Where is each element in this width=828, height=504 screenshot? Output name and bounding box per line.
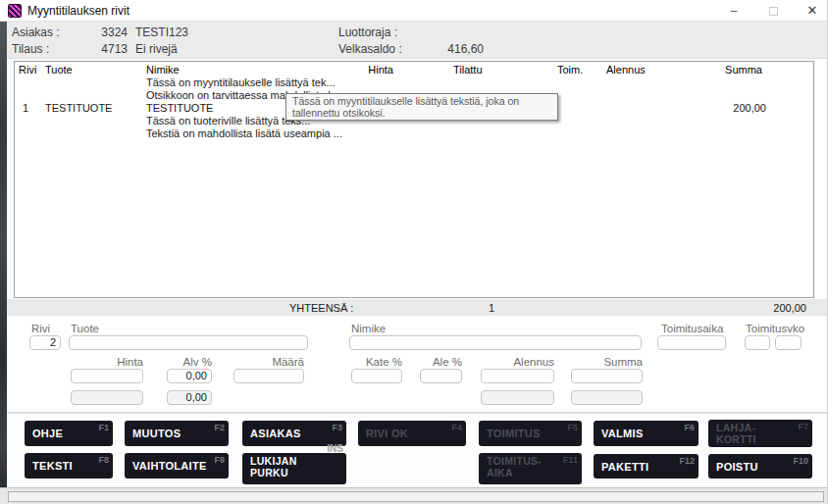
toimitusvko-input-2[interactable] [775,335,802,350]
col-header-hinta: Hinta [368,64,393,76]
maximize-button[interactable] [753,0,793,22]
minimize-button[interactable]: – [714,0,753,22]
rivi-field-label: Rivi [31,323,50,334]
vaihtolaite-button-label: VAIHTOLAITE [132,460,207,472]
customer-number: 3324 [71,25,128,39]
close-icon: ✕ [807,3,818,18]
alennus-field-label: Alennus [481,356,554,368]
totals-sum-value: 200,00 [773,302,806,314]
order-header-panel: Asiakas : 3324 TESTI123 Tilaus : 4713 Ei… [7,22,828,59]
valmis-shortcut: F6 [684,423,695,432]
kate-field-label: Kate % [351,356,402,368]
sales-order-rows-window: Myyntitilauksen rivit – ✕ Asiakas : 3324… [0,0,828,504]
summa-field-label: Summa [571,356,643,368]
toimitusaika-input[interactable] [657,335,726,350]
col-header-rivi: Rivi [19,64,36,76]
tuote-input[interactable] [69,335,308,350]
valmis-button-label: VALMIS [601,428,644,439]
lahjakortti-shortcut: F7 [798,422,808,433]
maara-field-label: Määrä [233,356,304,368]
rivi-ok-button-label: RIVI OK [366,428,408,439]
lahjakortti-button[interactable]: LAHJA-KORTTI F7 [708,420,812,447]
alv-input-row2: 0,00 [167,390,212,405]
col-header-summa: Summa [725,64,762,76]
order-label: Tilaus : [12,42,49,56]
col-header-toim: Toim. [557,64,583,76]
paketti-button[interactable]: PAKETTI F12 [594,454,699,479]
ale-input[interactable] [420,369,462,383]
maara-input[interactable] [233,369,304,383]
asiakas-button-label: ASIAKAS [250,428,301,439]
alennus-input-row2 [481,390,554,405]
row-text-tooltip: Tässä on myyntitilaukselle lisättyä teks… [285,93,558,121]
ohje-button[interactable]: OHJE F1 [25,421,113,446]
muutos-shortcut: F2 [214,423,225,432]
toimitus-aika-shortcut: F11 [563,455,578,467]
lukijan-purku-button[interactable]: LUKIJAN PURKU INS [242,453,346,484]
function-button-zone: OHJE F1 MUUTOS F2 ASIAKAS F3 RIVI OK F4 … [7,413,828,487]
row-product: TESTITUOTE [45,102,112,114]
nimike-field-label: Nimike [351,323,386,334]
minimize-icon: – [731,4,738,18]
col-header-tilattu: Tilattu [453,64,483,76]
summa-input[interactable] [571,369,643,383]
col-header-tuote: Tuote [45,64,73,76]
ale-field-label: Ale % [420,356,462,368]
rivi-input[interactable]: 2 [29,335,61,350]
alv-input[interactable]: 0,00 [167,369,212,383]
hinta-input-row2 [71,390,143,405]
hinta-input[interactable] [71,369,143,383]
teksti-button-label: TEKSTI [32,460,73,472]
toimitus-aika-button[interactable]: TOIMITUS-AIKA F11 [479,453,582,484]
nimike-input[interactable] [349,335,642,350]
vaihtolaite-shortcut: F9 [214,455,225,465]
col-header-alennus: Alennus [606,64,646,76]
toimitus-button[interactable]: TOIMITUS F5 [479,421,582,446]
muutos-button[interactable]: MUUTOS F2 [125,421,229,446]
alennus-input[interactable] [481,369,554,383]
credit-limit-label: Luottoraja : [338,25,397,39]
totals-label: YHTEENSÄ : [289,302,353,314]
order-info: Ei rivejä [135,42,178,56]
window-title: Myyntitilauksen rivit [27,4,129,18]
valmis-button[interactable]: VALMIS F6 [594,421,699,446]
col-header-nimike: Nimike [146,64,180,76]
customer-name: TESTI123 [135,25,188,39]
kate-input[interactable] [351,369,402,383]
debt-balance-label: Velkasaldo : [338,42,402,56]
lahjakortti-button-label: LAHJA-KORTTI [716,423,777,445]
title-bar: Myyntitilauksen rivit – ✕ [0,0,828,22]
teksti-shortcut: F8 [98,455,109,465]
summa-input-row2 [571,390,643,405]
rivi-ok-shortcut: F4 [451,423,462,432]
poistu-button-label: POISTU [716,461,758,473]
teksti-button[interactable]: TEKSTI F8 [25,453,113,479]
close-button[interactable]: ✕ [793,0,828,22]
row-nimike-line: Tässä on myyntitilaukselle lisättyä tek.… [146,76,336,88]
toimitus-shortcut: F5 [567,423,578,432]
row-sum: 200,00 [733,102,766,114]
paketti-button-label: PAKETTI [601,461,648,473]
rivi-ok-button[interactable]: RIVI OK F4 [358,421,466,446]
poistu-button[interactable]: POISTU F10 [708,454,812,479]
toimitus-button-label: TOIMITUS [487,428,541,439]
asiakas-shortcut: F3 [332,423,342,432]
lukijan-purku-shortcut: INS [327,443,343,455]
paketti-shortcut: F12 [679,456,695,466]
vaihtolaite-button[interactable]: VAIHTOLAITE F9 [125,453,229,479]
totals-row: YHTEENSÄ : 1 200,00 [7,299,828,316]
toimitusvko-input-1[interactable] [745,335,770,350]
customer-label: Asiakas : [12,25,60,39]
app-icon [8,4,22,18]
ohje-shortcut: F1 [98,423,109,432]
hinta-field-label: Hinta [71,356,143,368]
row-number: 1 [23,102,28,114]
toimitus-aika-button-label: TOIMITUS-AIKA [487,456,547,479]
tuote-field-label: Tuote [71,323,99,334]
totals-ordered-value: 1 [489,302,494,314]
ohje-button-label: OHJE [32,428,63,439]
row-nimike-line: TESTITUOTE [146,102,213,114]
row-nimike-line: Tekstiä on mahdollista lisätä useampia .… [146,127,342,139]
row-entry-form: Rivi Tuote Nimike Toimitusaika Toimitusv… [7,316,828,413]
alv-field-label: Alv % [167,356,212,368]
